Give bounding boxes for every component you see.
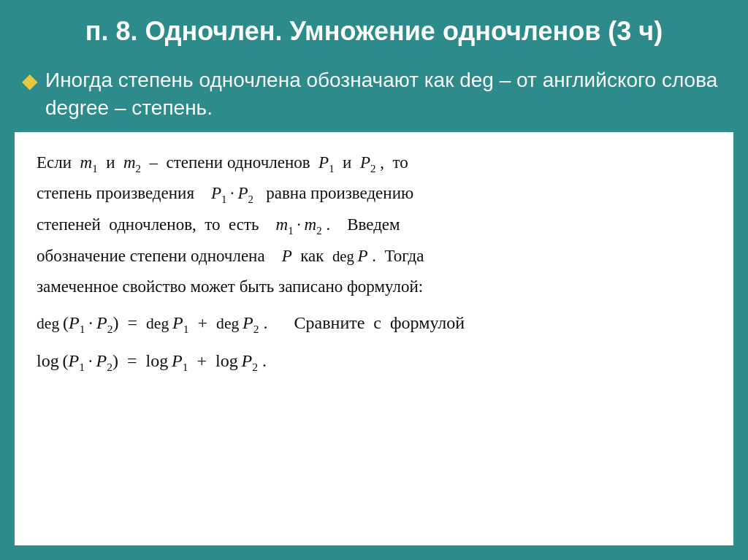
m2-2-sub: 2 (316, 225, 321, 237)
P1-f1: P (69, 313, 80, 332)
P1-f2b: P (172, 351, 183, 370)
text-ravna: равна произведению (253, 184, 413, 202)
text-vvedem: Введем (347, 215, 400, 234)
period1: . (322, 215, 348, 234)
period-f1: . (259, 313, 294, 332)
period-f2: . (258, 351, 267, 370)
degP-inline: deg P (332, 247, 368, 265)
P2-f1b-sub: 2 (253, 323, 259, 335)
P1-f2: P (68, 351, 79, 370)
P1: P (318, 153, 329, 172)
m1-2-sub: 1 (288, 225, 293, 237)
P2-f2b-sub: 2 (252, 361, 258, 373)
P1sub: 1 (329, 162, 334, 174)
P1-f2b-sub: 1 (183, 361, 188, 373)
formula1-row: deg (P1 · P2) = deg P1 + deg P2 . Сравни… (37, 307, 711, 340)
sub2: 2 (136, 162, 141, 174)
P2-f2-sub: 2 (107, 361, 112, 373)
P2-f2: P (96, 351, 107, 370)
P1-f1b: P (172, 313, 183, 332)
paren-close1: ) = (113, 313, 147, 332)
P2-mid: P (237, 184, 248, 202)
paragraph-toest: степеней одночленов, то есть m1 · m2 . В… (37, 210, 711, 240)
P1mid-sub: 1 (221, 193, 226, 205)
log-kw2: log (146, 351, 169, 370)
P2: P (360, 153, 370, 172)
P2mid-sub: 2 (248, 193, 253, 205)
deg-kw3: deg (216, 315, 239, 332)
dot-f1: · (85, 313, 96, 332)
bullet-diamond-icon: ◆ (22, 68, 38, 94)
log-kw3: log (215, 351, 238, 370)
dot2: · (294, 215, 305, 234)
deg-kw1: deg (37, 315, 59, 332)
P2-f2b: P (242, 351, 253, 370)
text-esli: Если (37, 153, 80, 172)
paragraph-zamech: замеченное свойство может быть записано … (37, 272, 711, 302)
dot-f2: · (85, 351, 96, 370)
text-zamech: замеченное свойство может быть записано … (37, 277, 423, 296)
plus-f2: + (188, 351, 216, 370)
sub1: 1 (92, 162, 97, 174)
page-title: п. 8. Одночлен. Умножение одночленов (3 … (0, 0, 748, 61)
P2-f1b: P (243, 313, 253, 332)
plus-f1: + (189, 313, 217, 332)
bullet-section: ◆ Иногда степень одночлена обозначают ка… (0, 61, 748, 132)
P-lone: P (282, 247, 292, 265)
paren-open2: ( (59, 351, 69, 370)
P1-mid: P (211, 184, 221, 202)
text-oboznachenie: обозначение степени одночлена (37, 247, 282, 265)
bullet-text: Иногда степень одночлена обозначают как … (45, 66, 726, 122)
text-comma: , то (375, 153, 408, 172)
title-text: п. 8. Одночлен. Умножение одночленов (3 … (85, 16, 663, 46)
paragraph-step: степень произведения P1 · P2 равна произ… (37, 179, 711, 209)
P1-f1b-sub: 1 (183, 323, 189, 335)
paragraph-oboz: обозначение степени одночлена P как deg … (37, 242, 711, 271)
m2: m (123, 153, 136, 172)
text-stepen: степень произведения (37, 184, 211, 202)
m1-2: m (276, 215, 289, 234)
text-i1: и (98, 153, 123, 172)
paren-close2: ) = (112, 351, 146, 370)
m1: m (80, 153, 93, 172)
paragraph-main: Если m1 и m2 – степени одночленов P1 и P… (37, 148, 711, 178)
P2-f1-sub: 2 (107, 323, 113, 335)
text-kak: как (292, 247, 332, 265)
text-stepenej: степеней одночленов, то есть (37, 215, 276, 234)
content-box: Если m1 и m2 – степени одночленов P1 и P… (15, 132, 733, 545)
P2-f1: P (96, 313, 107, 332)
deg-kw2: deg (146, 315, 169, 332)
text-and2: и (335, 153, 360, 172)
log-kw1: log (37, 351, 59, 370)
text-sravnite: Сравните с формулой (294, 313, 465, 332)
text-dash1: – степени одночленов (141, 153, 318, 172)
dot1: · (227, 184, 238, 202)
period2: . Тогда (367, 247, 424, 265)
m2-2: m (305, 215, 317, 234)
formula2-row: log (P1 · P2) = log P1 + log P2 . (37, 345, 711, 377)
P1-f2-sub: 1 (79, 361, 85, 373)
paren-open1: ( (59, 313, 69, 332)
